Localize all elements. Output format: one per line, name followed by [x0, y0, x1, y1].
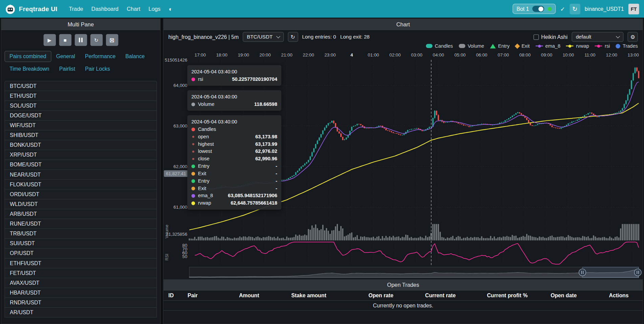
legend-label: rsi [605, 43, 610, 49]
tab-pair-locks[interactable]: Pair Locks [80, 63, 115, 74]
reload-icon: ↻ [94, 37, 98, 43]
rvwap-marker-icon [566, 46, 574, 46]
tooltip-label: open [198, 134, 209, 139]
pair-item[interactable]: OP/USDT [4, 248, 157, 258]
column-id: ID [164, 292, 183, 298]
refresh-icon: ↻ [291, 34, 295, 40]
pair-item[interactable]: SOL/USDT [4, 100, 157, 111]
tab-general[interactable]: General [51, 51, 80, 62]
nav-link-chart[interactable]: Chart [123, 3, 144, 15]
long-entries-stat: Long entries: 0 [302, 34, 336, 40]
tooltip-value: - [276, 178, 277, 184]
reload-button[interactable]: ↻ [90, 34, 102, 46]
brand[interactable]: Freqtrade UI [5, 3, 58, 14]
plot-config-select[interactable]: default [572, 32, 624, 42]
chart-panel-title: Chart [396, 21, 410, 27]
svg-text:61,000: 61,000 [173, 205, 187, 210]
nav-link-dashboard[interactable]: Dashboard [87, 3, 123, 15]
bot-toggle[interactable] [532, 6, 544, 12]
tooltip-value: - [276, 185, 277, 191]
pair-item[interactable]: TRB/USDT [4, 229, 157, 239]
pair-item[interactable]: ETHFI/USDT [4, 258, 157, 268]
legend-item-rsi[interactable]: rsi [595, 43, 610, 49]
svg-text:07:00: 07:00 [498, 52, 509, 57]
pair-item[interactable]: NEAR/USDT [4, 169, 157, 180]
svg-text:17:00: 17:00 [194, 52, 206, 57]
pause-button[interactable] [74, 34, 87, 46]
series-dot-icon [192, 158, 194, 160]
legend-item-volume[interactable]: Volume [458, 43, 484, 49]
legend-item-rvwap[interactable]: rvwap [566, 43, 589, 49]
tooltip-label: lowest [198, 148, 212, 154]
tooltip-date: 2024-05-04 03:40:00 [191, 118, 277, 125]
nav-link-logs[interactable]: Logs [144, 3, 165, 15]
pair-item[interactable]: BTC/USDT [4, 81, 157, 91]
tab-balance[interactable]: Balance [121, 51, 150, 62]
refresh-icon: ↻ [572, 5, 577, 13]
close-all-button[interactable]: ⊠ [106, 34, 118, 46]
tooltip-value: 63,173.98 [255, 134, 277, 139]
svg-text:64,000: 64,000 [173, 83, 187, 88]
legend-item-entry[interactable]: Entry [490, 43, 510, 49]
top-navbar: Freqtrade UI TradeDashboardChartLogs ◐ B… [0, 0, 644, 18]
plot-settings-button[interactable]: ⚙ [627, 32, 638, 42]
legend-item-candles[interactable]: Candles [426, 43, 453, 49]
pair-item[interactable]: XRP/USDT [4, 150, 157, 160]
bot-selector[interactable]: Bot 1 [512, 4, 556, 14]
stop-button[interactable]: ■ [59, 34, 71, 46]
legend-item-ema-8[interactable]: ema_8 [535, 43, 560, 49]
navigator-window[interactable] [582, 267, 639, 278]
refresh-button[interactable]: ↻ [570, 3, 580, 14]
pair-item[interactable]: SHIB/USDT [4, 130, 157, 140]
pane-tabs: Pairs combinedGeneralPerformanceBalanceT… [1, 49, 160, 74]
pair-item[interactable]: FET/USDT [4, 268, 157, 278]
svg-text:06:00: 06:00 [476, 52, 487, 57]
navigator-handle[interactable] [634, 269, 641, 276]
pair-item[interactable]: RUNE/USDT [4, 219, 157, 229]
nav-link-trade[interactable]: Trade [65, 3, 87, 15]
pair-item[interactable]: AVAX/USDT [4, 278, 157, 288]
tooltip-row-rvwap: rvwap62,648.75785661418 [191, 200, 277, 207]
svg-text:01:00: 01:00 [368, 52, 379, 57]
pair-item[interactable]: ETH/USDT [4, 91, 157, 101]
pair-item[interactable]: WLD/USDT [4, 199, 157, 209]
column-current-rate: Current rate [398, 292, 460, 298]
pair-item[interactable]: ARB/USDT [4, 209, 157, 219]
svg-text:63,000: 63,000 [173, 123, 187, 129]
pair-item[interactable]: WIF/USDT [4, 120, 157, 130]
multi-pane-title: Multi Pane [68, 21, 94, 27]
tooltip-label: Exit [198, 171, 206, 177]
series-dot-icon [192, 136, 194, 138]
theme-toggle-icon[interactable]: ◐ [166, 4, 176, 14]
pair-item[interactable]: AR/USDT [4, 307, 157, 318]
svg-text:62,000: 62,000 [173, 164, 187, 169]
bot-name: Bot 1 [516, 6, 529, 12]
pair-item[interactable]: ORDI/USDT [4, 189, 157, 199]
navigator-handle[interactable] [579, 269, 586, 276]
pair-select[interactable]: BTC/USDT [243, 32, 284, 42]
tab-pairs-combined[interactable]: Pairs combined [4, 51, 51, 62]
pair-item[interactable]: BONK/USDT [4, 140, 157, 150]
pair-item[interactable]: HBAR/USDT [4, 287, 157, 298]
legend-item-trades[interactable]: Trades [616, 43, 638, 49]
tab-pairlist[interactable]: Pairlist [54, 63, 80, 74]
pair-item[interactable]: RNDR/USDT [4, 297, 157, 307]
avatar[interactable]: FT [628, 3, 639, 14]
freqtrade-logo-icon [5, 3, 16, 14]
tab-time-breakdown[interactable]: Time Breakdown [4, 63, 54, 74]
tooltip-label: ema_8 [198, 193, 213, 199]
heikin-ashi-toggle[interactable]: Heikin Ashi [533, 34, 567, 40]
pair-item[interactable]: FLOKI/USDT [4, 179, 157, 189]
heikin-ashi-label: Heikin Ashi [541, 34, 567, 40]
tab-performance[interactable]: Performance [80, 51, 120, 62]
legend-item-exit[interactable]: Exit [515, 43, 530, 49]
chart-refresh-button[interactable]: ↻ [288, 32, 298, 42]
multi-pane-header: Multi Pane [1, 19, 160, 30]
pair-item[interactable]: SUI/USDT [4, 238, 157, 249]
pair-item[interactable]: DOGE/USDT [4, 110, 157, 120]
play-button[interactable]: ▶ [43, 34, 56, 46]
heikin-ashi-checkbox[interactable] [533, 34, 539, 40]
navigator [189, 267, 641, 278]
chart-panel-header: Chart [164, 19, 643, 30]
pair-item[interactable]: BOME/USDT [4, 160, 157, 170]
